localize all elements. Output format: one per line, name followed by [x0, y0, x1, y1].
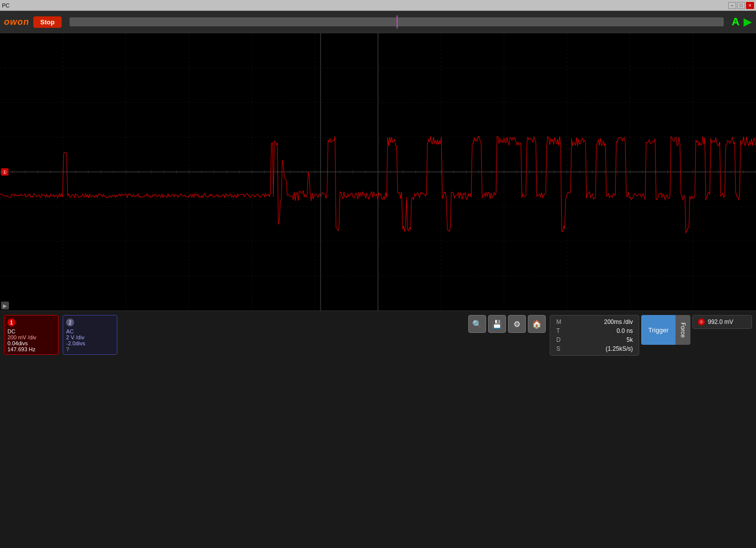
timeline-bar[interactable] — [70, 17, 724, 26]
D-value: 5k — [564, 335, 635, 344]
trigger-value-panel: ① 992.0 mV — [692, 315, 752, 329]
scroll-indicator[interactable]: ▶ — [1, 302, 9, 310]
icon-row: 🔍 💾 ⚙ 🏠 — [468, 315, 546, 333]
ch2-number: 2 — [66, 318, 74, 326]
timeline-cursor — [397, 15, 398, 28]
bottom-panel: 1 DC 200 mV /div 0.04divs 147.693 Hz 2 A… — [0, 311, 756, 398]
ch1-volts-div: 200 mV /div — [7, 334, 55, 340]
grid-group — [0, 33, 756, 311]
time-panel: M 200ms /div T 0.0 ns D 5k S (1.25kS/s) — [550, 315, 639, 356]
toolbar: owon Stop A ▶ — [0, 11, 756, 33]
restore-button[interactable]: □ — [737, 2, 745, 9]
trigger-ch-dot: ① — [698, 318, 705, 325]
ch1-number: 1 — [7, 318, 15, 326]
title-bar: PC − □ ✕ — [0, 0, 756, 11]
ch1-divs: 0.04divs — [7, 340, 55, 346]
ch1-freq: 147.693 Hz — [7, 346, 55, 352]
trigger-voltage: 992.0 mV — [708, 318, 733, 325]
time-row-M: M 200ms /div — [554, 317, 635, 326]
stop-button[interactable]: Stop — [33, 16, 62, 28]
ch1-coupling: DC — [7, 328, 55, 334]
T-value: 0.0 ns — [564, 326, 635, 335]
logo-text: owon — [4, 17, 29, 27]
app-title: PC — [2, 2, 9, 8]
toolbar-icons: 🔍 💾 ⚙ 🏠 — [468, 315, 546, 333]
ch2-volts-div: 2 V /div — [66, 334, 114, 340]
ch2-divs: -2.0divs — [66, 340, 114, 346]
save-icon[interactable]: 💾 — [488, 315, 506, 333]
S-label: S — [554, 344, 564, 353]
home-icon[interactable]: 🏠 — [528, 315, 546, 333]
D-label: D — [554, 335, 564, 344]
ch2-coupling: AC — [66, 328, 114, 334]
scope-display: ① ▶ — [0, 33, 756, 311]
search-icon[interactable]: 🔍 — [468, 315, 486, 333]
time-row-D: D 5k — [554, 335, 635, 344]
settings-icon[interactable]: ⚙ — [508, 315, 526, 333]
M-value: 200ms /div — [564, 317, 635, 326]
close-button[interactable]: ✕ — [746, 2, 754, 9]
measurement-panel: 🔍 💾 ⚙ 🏠 M 200ms /div T 0.0 ns D 5k — [468, 315, 752, 356]
trigger-channel-label: A — [732, 15, 740, 28]
time-table: M 200ms /div T 0.0 ns D 5k S (1.25kS/s) — [554, 317, 635, 353]
S-value: (1.25kS/s) — [564, 344, 635, 353]
ch1-indicator: ① — [1, 168, 8, 176]
trigger-value-row: ① 992.0 mV — [698, 318, 747, 325]
window-controls: − □ ✕ — [728, 2, 754, 9]
force-button[interactable]: Force — [675, 315, 690, 345]
minimize-button[interactable]: − — [728, 2, 736, 9]
ch2-unknown: ? — [66, 346, 114, 352]
T-label: T — [554, 326, 564, 335]
title-text: PC — [2, 2, 9, 8]
channel1-info[interactable]: 1 DC 200 mV /div 0.04divs 147.693 Hz — [4, 315, 59, 355]
channel2-info[interactable]: 2 AC 2 V /div -2.0divs ? — [63, 315, 117, 355]
owon-logo: owon — [4, 17, 29, 27]
time-row-S: S (1.25kS/s) — [554, 344, 635, 353]
trigger-button[interactable]: Trigger — [641, 315, 675, 345]
waveform-svg — [0, 33, 756, 311]
time-row-T: T 0.0 ns — [554, 326, 635, 335]
M-label: M — [554, 317, 564, 326]
play-icon[interactable]: ▶ — [744, 15, 752, 28]
trigger-force-group: Trigger Force — [641, 315, 690, 345]
